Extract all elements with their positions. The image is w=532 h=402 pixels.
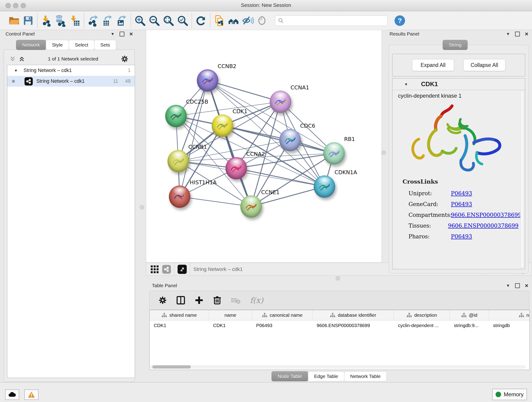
clone-network-button[interactable]: [212, 13, 226, 28]
open-folder-icon: [8, 15, 20, 27]
tab-string[interactable]: String: [443, 40, 468, 50]
results-scrollbar[interactable]: [520, 91, 524, 268]
network-node-CCNE1[interactable]: [240, 195, 262, 218]
panel-close-button[interactable]: ×: [129, 32, 133, 36]
right-splitter-grip[interactable]: [381, 151, 386, 155]
table-cell[interactable]: cyclin-dependent ...: [394, 320, 450, 331]
table-cell[interactable]: stringdb:9...: [450, 320, 489, 331]
tab-select[interactable]: Select: [69, 40, 94, 50]
network-node-CDC25B[interactable]: [165, 105, 187, 127]
import-network-database-button[interactable]: [54, 13, 68, 28]
network-edge-CCNA2-CDKN1A[interactable]: [236, 168, 324, 186]
warnings-button[interactable]: [24, 389, 38, 400]
expand-all-icon[interactable]: [19, 56, 25, 62]
network-row[interactable]: String Network – cdk1 11 48: [7, 76, 135, 87]
save-session-button[interactable]: [21, 13, 35, 28]
refresh-layout-button[interactable]: [194, 13, 208, 28]
export-image-button[interactable]: [114, 13, 129, 28]
column-header-id[interactable]: @id: [450, 310, 489, 320]
network-node-CDK1[interactable]: [212, 114, 233, 137]
delete-column-icon[interactable]: [213, 296, 222, 305]
search-input[interactable]: [284, 18, 381, 23]
cloud-button[interactable]: [5, 389, 19, 400]
panel-menu-caret[interactable]: ▼: [111, 32, 114, 36]
crosslink-link[interactable]: P06493: [451, 190, 472, 197]
network-node-CCNA2[interactable]: [225, 157, 247, 179]
column-header-namespace[interactable]: namespace: [489, 310, 530, 320]
import-table-button[interactable]: [68, 13, 82, 28]
table-cell[interactable]: CDK1: [209, 320, 252, 331]
tab-style[interactable]: Style: [46, 40, 69, 50]
network-node-CDC6[interactable]: [279, 129, 301, 151]
collapse-all-icon[interactable]: [9, 56, 16, 62]
left-splitter-grip[interactable]: [140, 205, 144, 210]
export-network-button[interactable]: [86, 13, 100, 28]
network-node-CCNB1[interactable]: [167, 150, 189, 172]
table-menu-caret[interactable]: ▼: [506, 283, 510, 288]
birds-eye-view-icon[interactable]: [150, 265, 159, 274]
network-view-canvas[interactable]: CCNB2CCNA1CDC25BCDK1CDC6RB1CCNB1CCNA2CDK…: [146, 30, 382, 263]
crosslink-link[interactable]: 9606.ENSP00000378699: [451, 212, 521, 218]
table-cell[interactable]: CDK1: [150, 320, 209, 331]
crosslink-link[interactable]: P06493: [451, 233, 472, 240]
table-row[interactable]: CDK1CDK1P064939606.ENSP00000378699cyclin…: [150, 320, 530, 331]
open-session-button[interactable]: [7, 13, 21, 28]
expand-all-button[interactable]: Expand All: [412, 59, 454, 71]
crosslink-link[interactable]: P06493: [451, 201, 472, 207]
network-collection-row[interactable]: ▼ String Network – cdk1 1: [7, 65, 135, 76]
crosslink-link[interactable]: 9606.ENSP00000378699: [448, 223, 519, 229]
table-cell[interactable]: P06493: [252, 320, 312, 331]
collapse-all-button[interactable]: Collapse All: [463, 59, 505, 71]
save-floppy-icon: [22, 15, 34, 26]
import-network-file-button[interactable]: [39, 13, 54, 28]
memory-button[interactable]: Memory: [492, 389, 527, 400]
hide-selected-button[interactable]: [241, 13, 255, 28]
tab-edge-table[interactable]: Edge Table: [308, 371, 344, 381]
network-node-CCNB2[interactable]: [197, 69, 218, 92]
table-gear-icon[interactable]: [158, 296, 167, 305]
network-edge-CDK1-RB1[interactable]: [222, 126, 334, 153]
results-menu-caret[interactable]: ▼: [506, 32, 510, 36]
network-node-CCNA1[interactable]: [270, 90, 291, 113]
table-cell[interactable]: 9606.ENSP00000378699: [312, 320, 394, 331]
cdk1-collapse-triangle[interactable]: ▼: [404, 82, 408, 86]
tab-sets[interactable]: Sets: [94, 40, 116, 50]
network-node-CDKN1A[interactable]: [314, 175, 335, 198]
add-column-icon[interactable]: [195, 296, 204, 305]
tab-network[interactable]: Network: [16, 40, 46, 50]
table-float-button[interactable]: [515, 283, 520, 288]
string-settings-icon[interactable]: [162, 265, 171, 274]
table-close-button[interactable]: ×: [525, 284, 528, 288]
gear-icon[interactable]: [121, 55, 128, 63]
export-table-button[interactable]: [100, 13, 114, 28]
show-columns-icon[interactable]: [176, 296, 185, 305]
scrollbar-thumb[interactable]: [152, 365, 191, 369]
network-node-RB1[interactable]: [323, 142, 345, 165]
bottom-splitter-grip[interactable]: [336, 276, 340, 281]
panel-float-button[interactable]: [120, 32, 124, 36]
warning-icon: [27, 391, 35, 398]
first-neighbors-button[interactable]: [226, 13, 241, 28]
table-cell[interactable]: stringdb: [489, 320, 530, 331]
tab-network-table[interactable]: Network Table: [344, 371, 387, 381]
zoom-fit-button[interactable]: [161, 13, 176, 28]
results-float-button[interactable]: [515, 32, 520, 36]
table-horizontal-scrollbar[interactable]: [150, 365, 526, 369]
help-button[interactable]: ?: [394, 15, 405, 26]
column-header-name[interactable]: name: [209, 310, 252, 320]
collection-expand-triangle[interactable]: ▼: [14, 69, 18, 72]
zoom-selected-button[interactable]: [176, 13, 190, 28]
zoom-out-button[interactable]: [147, 13, 161, 28]
open-in-string-icon[interactable]: [177, 265, 187, 274]
column-header-description[interactable]: description: [394, 310, 450, 320]
show-all-button[interactable]: [255, 13, 269, 28]
crosslinks-rows: Uniprot:P06493GeneCard:P06493Compartment…: [409, 188, 519, 242]
column-header-canonicalname[interactable]: canonical name: [252, 310, 312, 320]
results-close-button[interactable]: ×: [525, 32, 528, 36]
column-header-databaseidentifier[interactable]: database identifier: [312, 310, 394, 320]
network-node-HIST1H1A[interactable]: [169, 185, 190, 208]
tab-node-table[interactable]: Node Table: [272, 371, 308, 381]
column-header-sharedname[interactable]: shared name: [150, 310, 209, 320]
zoom-in-button[interactable]: [133, 13, 147, 28]
string-results-container: Expand All Collapse All ▼ CDK1 cyclin-de…: [389, 45, 529, 274]
